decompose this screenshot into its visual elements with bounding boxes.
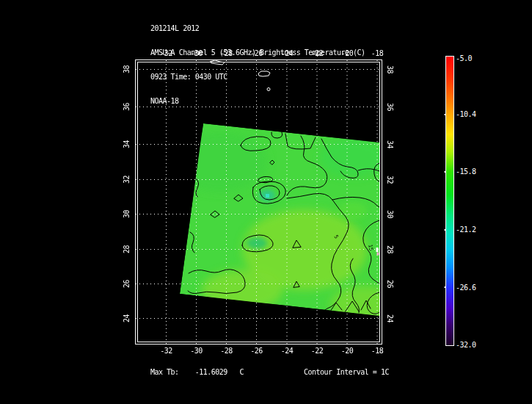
lat-tick-label: 26 [123,280,131,289]
lat-tick-label: 38 [123,65,131,74]
lon-axis-bottom: -32 -30 -28 -26 -24 -22 -20 -18 [160,347,384,355]
colorbar-gradient [446,57,454,346]
lat-tick-label: 28 [123,245,131,254]
lat-tick-label: 30 [386,210,394,219]
colorbar-labels: -5.0 -10.4 -15.8 -21.2 -26.6 -32.0 [456,54,476,349]
lat-tick-label: 38 [386,65,394,74]
lat-tick-label: 34 [386,140,394,149]
lat-tick-label: 30 [123,210,131,219]
colorbar: -5.0 -10.4 -15.8 -21.2 -26.6 -32.0 [445,54,477,349]
plot-title: AMSU-A Channel 5 (53.6GHz) Brightness Te… [150,48,365,57]
lat-tick-label: 26 [386,280,394,289]
colorbar-tick-label: -32.0 [456,341,476,349]
lat-tick-label: 28 [386,245,394,254]
lat-axis-right: 38 36 34 32 30 28 26 24 [386,65,394,323]
contour-label-15: 15 [367,244,374,251]
lat-tick-label: 36 [386,103,394,112]
island-pixel-white [376,248,379,252]
lon-tick-label: -22 [311,347,324,355]
lon-tick-label: -18 [371,49,384,57]
max-tb-label: Max Tb: -11.6029 C [150,368,244,376]
title-block: 201214L 2012 AMSU-A Channel 5 (53.6GHz) … [150,8,365,121]
colorbar-tick-label: -5.0 [456,54,473,62]
colorbar-tick-label: -26.6 [456,284,476,292]
cold-core-pixel [266,194,269,198]
lon-tick-label: -32 [160,347,172,355]
lat-tick-label: 34 [123,140,131,149]
storm-id-label: 201214L 2012 [150,24,365,32]
lon-tick-label: -30 [190,347,203,355]
satellite-label: NOAA-18 [150,97,365,105]
lat-tick-label: 24 [386,314,394,323]
swath-image [172,123,396,324]
lat-tick-label: 32 [386,176,394,184]
lon-tick-label: -18 [371,347,384,355]
lon-tick-label: -28 [220,347,233,355]
lat-axis-left: 38 36 34 32 30 28 26 24 [123,65,131,323]
pink-dot [377,253,379,256]
lon-tick-label: -26 [250,347,263,355]
amsu-brightness-temperature-plot: 201214L 2012 AMSU-A Channel 5 (53.6GHz) … [0,0,532,404]
colorbar-tick-label: -21.2 [456,226,476,234]
footer-annotations: Max Tb: -11.6029 C Contour Interval = 1C [0,368,532,400]
colorbar-tick-label: -10.4 [456,110,476,118]
lon-tick-label: -24 [281,347,294,355]
lat-tick-label: 24 [123,314,131,323]
lat-tick-label: 32 [123,176,131,184]
lon-tick-label: -20 [341,347,354,355]
lat-tick-label: 36 [123,103,131,112]
contour-interval-label: Contour Interval = 1C [304,368,389,376]
colorbar-tick-label: -15.8 [456,167,476,176]
time-label: 0923 Time: 0430 UTC [150,73,365,81]
